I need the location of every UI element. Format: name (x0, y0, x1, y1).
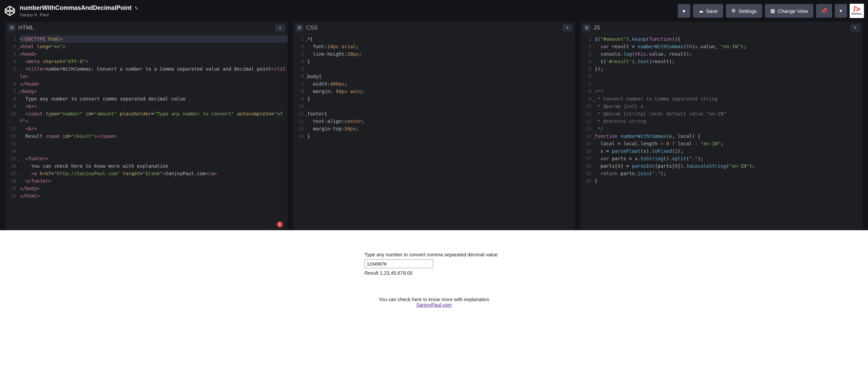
code-line[interactable]: 9 <br> (5, 103, 288, 110)
code-line[interactable]: 18 </footer> (5, 177, 288, 185)
code-content[interactable]: $("#amount").keyup(function(){ (595, 35, 863, 43)
code-content[interactable]: <!DOCTYPE html> (20, 35, 288, 43)
code-line[interactable]: 9▾ * Convert number to Comma separated s… (580, 95, 863, 103)
code-content[interactable]: font:14px arial; (307, 43, 575, 50)
code-line[interactable]: 6 (580, 73, 863, 80)
code-content[interactable]: var parts = x.toString().split("."); (595, 155, 863, 162)
code-line[interactable]: 5▾ <title>numberWithCommas: Convert a nu… (5, 65, 288, 80)
code-content[interactable]: line-height:28px; (307, 50, 575, 58)
pane-collapse-css[interactable]: ▾ (563, 24, 572, 32)
code-content[interactable]: <a href="http://SanjoyPaul.com" target="… (20, 170, 288, 177)
pane-collapse-js[interactable]: ▾ (850, 24, 860, 32)
code-line[interactable]: 7 width:400px; (293, 80, 575, 88)
code-line[interactable]: 5 (293, 65, 575, 73)
code-line[interactable]: 18 parts[0] = parseInt(parts[0]).toLocal… (580, 162, 863, 170)
code-content[interactable]: margin: 50px auto; (307, 88, 575, 95)
code-line[interactable]: 7 (580, 80, 863, 88)
code-line[interactable]: 10 (293, 103, 575, 110)
pane-settings-js[interactable]: ⚙ (583, 24, 591, 32)
save-button[interactable]: ☁ Save (693, 4, 723, 18)
code-content[interactable]: function numberWithCommas(x, local) { (595, 132, 863, 140)
code-content[interactable]: var result = numberWithCommas(this.value… (595, 43, 863, 50)
code-line[interactable]: 16 You can check here to know more with … (5, 162, 288, 170)
pane-settings-html[interactable]: ⚙ (8, 24, 16, 32)
code-content[interactable]: parts[0] = parseInt(parts[0]).toLocaleSt… (595, 162, 863, 170)
code-content[interactable]: <input type="number" id="amount" placeho… (20, 110, 288, 125)
code-content[interactable]: * @param {int} x (595, 103, 863, 110)
code-line[interactable]: 14 (5, 147, 288, 155)
code-line[interactable]: 10 * @param {int} x (580, 103, 863, 110)
code-content[interactable]: local = local.length > 0 ? local : "en-I… (595, 140, 863, 147)
avatar[interactable]: /> SKPAUL (850, 4, 864, 18)
code-line[interactable]: 12 * @returns string (580, 117, 863, 125)
code-content[interactable]: } (595, 177, 863, 185)
output-footer-link[interactable]: SanjoyPaul.com (416, 302, 452, 308)
code-line[interactable]: 4 <meta charset="UTF-8"> (5, 58, 288, 65)
code-content[interactable]: *{ (307, 35, 575, 43)
code-line[interactable]: 19</body> (5, 185, 288, 192)
pin-button[interactable]: 📌 (816, 4, 832, 18)
code-line[interactable]: 12 text-align:center; (293, 117, 575, 125)
code-line[interactable]: 1<!DOCTYPE html> (5, 35, 288, 43)
pane-collapse-html[interactable]: ▾ (275, 24, 285, 32)
code-line[interactable]: 13 margin-top:50px; (293, 125, 575, 132)
code-line[interactable]: 13 (5, 140, 288, 147)
code-content[interactable]: text-align:center; (307, 117, 575, 125)
code-editor-css[interactable]: 1▾*{2 font:14px arial;3 line-height:28px… (293, 34, 575, 230)
code-content[interactable]: width:400px; (307, 80, 575, 88)
code-line[interactable]: 15▾ <footer> (5, 155, 288, 162)
code-line[interactable]: 11 * @param {string} local default value… (580, 110, 863, 117)
code-line[interactable]: 9} (293, 95, 575, 103)
code-content[interactable]: body{ (307, 73, 575, 80)
code-line[interactable]: 3 console.log(this.value, result); (580, 50, 863, 58)
code-line[interactable]: 11 <br> (5, 125, 288, 132)
code-content[interactable]: return parts.join("."); (595, 170, 863, 177)
code-line[interactable]: 1$("#amount").keyup(function(){ (580, 35, 863, 43)
code-content[interactable]: * Convert number to Comma separated stri… (595, 95, 863, 103)
code-content[interactable]: margin-top:50px; (307, 125, 575, 132)
code-line[interactable]: 10 <input type="number" id="amount" plac… (5, 110, 288, 125)
code-line[interactable]: 3 line-height:28px; (293, 50, 575, 58)
code-content[interactable]: <br> (20, 125, 288, 132)
code-content[interactable]: <body> (20, 88, 288, 95)
code-content[interactable]: x = parseFloat(x).toFixed(2); (595, 147, 863, 155)
code-line[interactable]: 6▾body{ (293, 73, 575, 80)
code-line[interactable]: 2 font:14px arial; (293, 43, 575, 50)
code-content[interactable]: } (307, 58, 575, 65)
code-content[interactable]: </body> (20, 185, 288, 192)
code-content[interactable]: }); (595, 65, 863, 73)
caret-button[interactable]: ▾ (835, 4, 847, 18)
code-content[interactable] (20, 140, 288, 147)
code-content[interactable]: You can check here to know more with exp… (20, 162, 288, 170)
codepen-logo-icon[interactable] (4, 5, 16, 17)
code-content[interactable]: console.log(this.value, result); (595, 50, 863, 58)
settings-button[interactable]: ⚙ Settings (726, 4, 762, 18)
code-content[interactable]: * @param {string} local default value "e… (595, 110, 863, 117)
code-content[interactable]: <html lang="en"> (20, 43, 288, 50)
code-content[interactable]: </footer> (20, 177, 288, 185)
code-line[interactable]: 8 Type any number to convert comma separ… (5, 95, 288, 103)
code-content[interactable]: */ (595, 125, 863, 132)
code-line[interactable]: 12 Result <span id="result"></span> (5, 132, 288, 140)
code-line[interactable]: 8 margin: 50px auto; (293, 88, 575, 95)
code-line[interactable]: 8/** (580, 88, 863, 95)
code-line[interactable]: 19 return parts.join("."); (580, 170, 863, 177)
like-button[interactable]: ♥ (678, 4, 690, 18)
code-editor-js[interactable]: 1$("#amount").keyup(function(){2 var res… (580, 34, 863, 230)
code-content[interactable]: Type any number to convert comma separat… (20, 95, 288, 103)
fold-icon[interactable]: ▾ (18, 67, 20, 75)
code-line[interactable]: 1▾*{ (293, 35, 575, 43)
code-content[interactable]: $('#result').text(result); (595, 58, 863, 65)
code-line[interactable]: 5}); (580, 65, 863, 73)
code-content[interactable]: } (307, 95, 575, 103)
amount-input[interactable] (365, 259, 433, 268)
code-content[interactable]: <title>numberWithCommas: Convert a numbe… (20, 65, 288, 80)
code-content[interactable]: * @returns string (595, 117, 863, 125)
code-line[interactable]: 2▾<html lang="en"> (5, 43, 288, 50)
code-line[interactable]: 14} (293, 132, 575, 140)
code-line[interactable]: 4 $('#result').text(result); (580, 58, 863, 65)
pane-settings-css[interactable]: ⚙ (296, 24, 303, 32)
code-line[interactable]: 15 local = local.length > 0 ? local : "e… (580, 140, 863, 147)
code-line[interactable]: 11▾footer{ (293, 110, 575, 117)
edit-title-icon[interactable]: ✎ (134, 5, 138, 11)
